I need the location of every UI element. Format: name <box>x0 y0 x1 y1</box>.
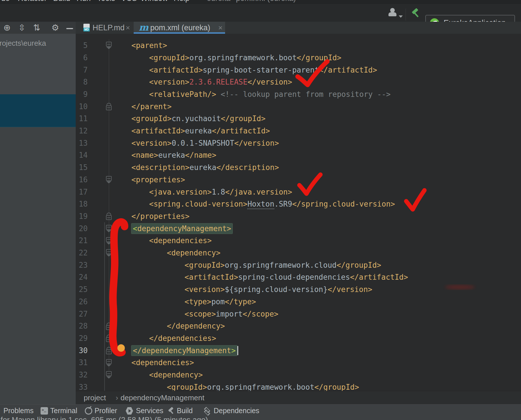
code-text[interactable]: <relativePath/> <!-- lookup parent from … <box>149 88 390 101</box>
code-line-25[interactable]: 25<version>${spring.cloud-version}</vers… <box>76 283 521 296</box>
code-text[interactable]: </dependencies> <box>149 332 216 345</box>
fold-collapse-icon[interactable] <box>105 371 113 379</box>
close-icon[interactable]: × <box>126 23 130 32</box>
menu-item-run[interactable]: Run <box>77 0 91 4</box>
collapse-all-icon[interactable]: ⇅ <box>33 23 40 33</box>
code-text[interactable]: <dependencies> <box>131 357 194 369</box>
tab-help-md[interactable]: MD HELP.md × <box>79 22 133 34</box>
code-line-33[interactable]: 33<groupId>org.springframework.boot</gro… <box>76 381 521 391</box>
code-text[interactable]: <groupId>org.springframework.cloud</grou… <box>185 259 381 271</box>
code-text[interactable]: <version>${spring.cloud-version}</versio… <box>185 283 372 296</box>
tab-label: HELP.md <box>93 23 125 32</box>
code-line-28[interactable]: 28</dependency> <box>76 320 521 332</box>
code-text[interactable]: <artifactId>eureka</artifactId> <box>131 125 270 137</box>
maven-icon: m <box>139 22 149 33</box>
code-line-24[interactable]: 24<artifactId>spring-cloud-dependencies<… <box>76 271 521 283</box>
code-text[interactable]: <dependency> <box>149 369 203 381</box>
fold-end-icon[interactable] <box>105 213 113 220</box>
code-text[interactable]: <dependency> <box>167 247 221 259</box>
code-line-12[interactable]: 12<artifactId>eureka</artifactId> <box>76 125 521 137</box>
hide-panel-icon[interactable] <box>66 28 73 29</box>
code-line-21[interactable]: 21<dependencies> <box>76 235 521 247</box>
settings-gear-icon[interactable]: ⚙ <box>51 23 59 33</box>
code-line-5[interactable]: 5<parent> <box>76 39 521 52</box>
menu-item-refactor[interactable]: Refactor <box>18 0 47 4</box>
project-tree-selected-row[interactable] <box>0 94 76 127</box>
locate-icon[interactable]: ⊕ <box>3 23 11 33</box>
fold-collapse-icon[interactable] <box>105 42 113 49</box>
code-text[interactable]: <version>0.0.1-SNAPSHOT</version> <box>131 137 279 149</box>
breadcrumb-project[interactable]: project <box>84 393 106 402</box>
code-line-7[interactable]: 7<artifactId>spring-boot-starter-parent<… <box>76 64 521 76</box>
code-line-29[interactable]: 29</dependencies> <box>76 332 521 345</box>
code-text[interactable]: <dependencyManagement> <box>131 223 233 235</box>
code-line-14[interactable]: 14<name>eureka</name> <box>76 149 521 161</box>
code-line-20[interactable]: 20<dependencyManagement> <box>76 223 521 235</box>
tab-pom-xml[interactable]: m pom.xml (eureka) × <box>134 22 225 34</box>
code-text[interactable]: </properties> <box>131 210 190 223</box>
code-text[interactable]: </dependency> <box>167 320 225 332</box>
fold-end-icon[interactable] <box>105 103 113 110</box>
code-text[interactable]: <artifactId>spring-boot-starter-parent</… <box>149 64 377 76</box>
code-line-31[interactable]: 31<dependencies> <box>76 357 521 369</box>
fold-end-icon[interactable] <box>105 347 113 354</box>
code-line-23[interactable]: 23<groupId>org.springframework.cloud</gr… <box>76 259 521 271</box>
fold-collapse-icon[interactable] <box>105 359 113 367</box>
project-panel-toolbar: ⊕ ⇳ ⇅ ⚙ <box>0 22 76 34</box>
code-line-26[interactable]: 26<type>pom</type> <box>76 296 521 308</box>
code-text[interactable]: <groupId>org.springframework.boot</group… <box>149 52 341 64</box>
code-text[interactable]: <dependencies> <box>149 235 212 247</box>
menu-item-vcs[interactable]: VCS <box>121 0 137 4</box>
menu-item-help[interactable]: Help <box>174 0 190 4</box>
expand-all-icon[interactable]: ⇳ <box>18 23 25 33</box>
user-dropdown-arrow-icon[interactable] <box>399 15 403 18</box>
fold-end-icon[interactable] <box>105 335 113 342</box>
menu-item-build[interactable]: Build <box>53 0 70 4</box>
build-hammer-icon[interactable] <box>411 8 421 18</box>
code-text[interactable]: <parent> <box>131 39 167 52</box>
code-line-9[interactable]: 9<relativePath/> <!-- lookup parent from… <box>76 88 521 101</box>
code-segment-tx <box>216 90 221 99</box>
code-line-19[interactable]: 19</properties> <box>76 210 521 223</box>
line-number: 26 <box>76 296 88 308</box>
code-text[interactable]: <description>eureka</description> <box>131 161 279 174</box>
code-editor[interactable]: 5<parent>6<groupId>org.springframework.b… <box>76 34 521 391</box>
menu-item-tools[interactable]: Tools <box>97 0 115 4</box>
close-icon[interactable]: × <box>218 23 223 32</box>
fold-collapse-icon[interactable] <box>105 225 113 232</box>
code-text[interactable]: <groupId>cn.yuchaoit</groupId> <box>131 113 266 125</box>
code-text[interactable]: <type>pom</type> <box>185 296 256 308</box>
fold-end-icon[interactable] <box>105 323 113 330</box>
code-text[interactable]: </dependencyManagement> <box>131 345 238 357</box>
code-text[interactable]: <properties> <box>131 174 185 186</box>
breadcrumb-dependency-management[interactable]: dependencyManagement <box>121 393 204 402</box>
code-line-13[interactable]: 13<version>0.0.1-SNAPSHOT</version> <box>76 137 521 149</box>
fold-collapse-icon[interactable] <box>105 237 113 245</box>
user-icon[interactable] <box>388 8 398 18</box>
code-text[interactable]: <name>eureka</name> <box>131 149 216 161</box>
menu-item-window[interactable]: Window <box>141 0 168 4</box>
code-segment-tg: </type> <box>225 297 256 306</box>
code-line-16[interactable]: 16<properties> <box>76 174 521 186</box>
code-line-11[interactable]: 11<groupId>cn.yuchaoit</groupId> <box>76 113 521 125</box>
code-line-27[interactable]: 27<scope>import</scope> <box>76 308 521 320</box>
fold-collapse-icon[interactable] <box>105 176 113 183</box>
code-line-15[interactable]: 15<description>eureka</description> <box>76 161 521 174</box>
code-text[interactable]: <groupId>org.springframework.boot</group… <box>167 381 359 391</box>
code-line-17[interactable]: 17<java.version>1.8</java.version> <box>76 186 521 198</box>
code-text[interactable]: <artifactId>spring-cloud-dependencies</a… <box>185 271 408 283</box>
menu-item[interactable]: de <box>1 0 10 4</box>
code-text[interactable]: <spring.cloud-version>Hoxton.SR9</spring… <box>149 198 395 210</box>
code-line-10[interactable]: 10</parent> <box>76 101 521 113</box>
code-line-8[interactable]: 8<version>2.3.6.RELEASE</version> <box>76 76 521 88</box>
code-line-22[interactable]: 22<dependency> <box>76 247 521 259</box>
fold-collapse-icon[interactable] <box>105 249 113 257</box>
code-text[interactable]: <java.version>1.8</java.version> <box>149 186 292 198</box>
code-line-18[interactable]: 18<spring.cloud-version>Hoxton.SR9</spri… <box>76 198 521 210</box>
code-text[interactable]: <version>2.3.6.RELEASE</version> <box>149 76 292 88</box>
code-line-6[interactable]: 6<groupId>org.springframework.boot</grou… <box>76 52 521 64</box>
code-text[interactable]: </parent> <box>131 101 172 113</box>
code-text[interactable]: <scope>import</scope> <box>185 308 278 320</box>
code-line-32[interactable]: 32<dependency> <box>76 369 521 381</box>
code-line-30[interactable]: 30</dependencyManagement> <box>76 345 521 357</box>
